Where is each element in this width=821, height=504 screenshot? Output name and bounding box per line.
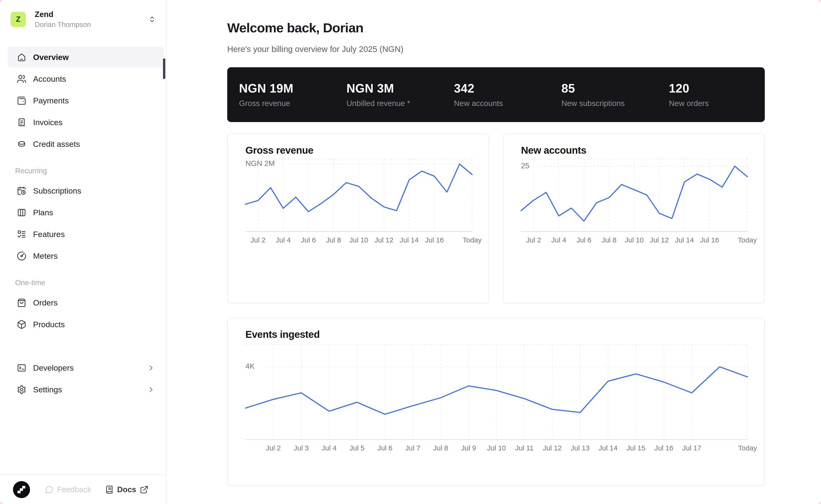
sidebar-nav: OverviewAccountsPaymentsInvoicesCredit a… [0,47,166,474]
sidebar-item-label: Invoices [33,118,63,127]
stat-value: NGN 3M [346,81,454,95]
sidebar-item-features[interactable]: Features [8,224,164,245]
feedback-button[interactable]: Feedback [45,485,91,494]
x-tick-label: Jul 9 [461,444,476,452]
y-axis-label: NGN 2M [245,159,275,168]
polar-logo[interactable] [13,481,30,498]
charts-row: Gross revenue NGN 2MJul 2Jul 4Jul 6Jul 8… [227,133,765,303]
coin-icon [17,139,26,149]
stats-bar: NGN 19MGross revenueNGN 3MUnbilled reven… [227,67,765,122]
sidebar-item-products[interactable]: Products [8,314,164,335]
feedback-label: Feedback [57,485,91,494]
sidebar-item-payments[interactable]: Payments [8,90,164,111]
org-name: Zend [35,10,91,19]
stat-new-orders: 120New orders [669,81,776,108]
sidebar-item-label: Accounts [33,74,66,84]
book-icon [105,485,114,494]
sidebar-item-label: Overview [33,53,69,62]
sidebar-item-label: Settings [33,385,62,394]
x-tick-label: Jul 2 [266,444,280,452]
calendar-clock-icon [17,186,26,196]
sidebar-item-label: Orders [33,298,58,307]
stat-value: 85 [562,81,669,95]
x-tick-label: Jul 8 [602,236,617,244]
users-icon [17,74,26,84]
x-tick-label: Jul 14 [675,236,694,244]
shopping-bag-icon [17,298,26,308]
x-tick-label: Jul 4 [551,236,566,244]
org-avatar: Z [11,12,26,27]
stat-new-subscriptions: 85New subscriptions [562,81,669,108]
x-tick-label: Today [463,236,482,244]
sidebar-footer: Feedback Docs [0,474,166,504]
sidebar-item-invoices[interactable]: Invoices [8,112,164,133]
y-axis-label: 4K [245,362,255,370]
sidebar-item-orders[interactable]: Orders [8,292,164,313]
sidebar-item-subscriptions[interactable]: Subscriptions [8,180,164,201]
x-tick-label: Jul 2 [250,236,265,244]
stat-value: NGN 19M [239,81,346,95]
stat-unbilled-revenue: NGN 3MUnbilled revenue * [346,81,454,108]
sidebar-item-label: Credit assets [33,140,80,149]
gauge-icon [17,251,26,261]
box-icon [17,320,26,329]
nav-spacer [0,336,166,357]
sidebar-item-credit-assets[interactable]: Credit assets [8,134,164,154]
stat-gross-revenue: NGN 19MGross revenue [239,81,346,108]
x-tick-label: Jul 14 [599,444,617,452]
sidebar-item-label: Subscriptions [33,186,81,195]
chart-title: Events ingested [245,329,320,340]
page-subtitle: Here's your billing overview for July 20… [227,44,765,54]
invoice-icon [17,118,26,127]
square-terminal-icon [17,363,26,373]
main-area: Welcome back, Dorian Here's your billing… [166,0,821,504]
sidebar-item-label: Payments [33,96,69,105]
message-circle-icon [45,485,54,494]
x-tick-label: Jul 10 [625,236,644,244]
x-tick-label: Jul 12 [543,444,562,452]
docs-label: Docs [117,485,136,494]
wallet-icon [17,96,26,106]
x-tick-label: Jul 7 [405,444,420,452]
sidebar-item-accounts[interactable]: Accounts [8,68,164,89]
stat-label: New orders [669,99,776,108]
y-axis-label: 25 [521,161,530,170]
stat-value: 342 [454,81,562,95]
docs-link[interactable]: Docs [105,485,149,494]
chevrons-up-down-icon[interactable] [148,15,157,24]
org-switcher[interactable]: Z Zend Dorian Thompson [11,10,157,29]
x-tick-label: Jul 11 [515,444,534,452]
sidebar-item-developers[interactable]: Developers [8,357,164,378]
app-window: Z Zend Dorian Thompson OverviewAccountsP… [0,0,821,504]
x-tick-label: Today [738,444,757,452]
sidebar-item-label: Developers [33,363,74,373]
x-tick-label: Jul 5 [349,444,364,452]
sidebar-scrollbar-thumb[interactable] [163,58,165,79]
org-avatar-initial: Z [16,15,21,24]
main-content: Welcome back, Dorian Here's your billing… [227,0,765,486]
feedback-bubble-icon [45,485,54,494]
x-tick-label: Jul 10 [349,236,368,244]
sidebar-item-label: Features [33,230,65,239]
x-tick-label: Jul 15 [627,444,646,452]
x-tick-label: Jul 12 [374,236,393,244]
book-icon [105,485,114,494]
sidebar: Z Zend Dorian Thompson OverviewAccountsP… [0,0,166,504]
new-accounts-chart-area: 25Jul 2Jul 4Jul 6Jul 8Jul 10Jul 12Jul 14… [521,159,747,247]
x-tick-label: Jul 6 [301,236,316,244]
section-label-one-time: One-time [15,279,166,287]
x-tick-label: Jul 13 [571,444,590,452]
chart-title: Gross revenue [245,145,313,156]
x-tick-label: Jul 10 [487,444,506,452]
stat-new-accounts: 342New accounts [454,81,562,108]
sidebar-item-plans[interactable]: Plans [8,202,164,223]
sidebar-item-overview[interactable]: Overview [8,47,164,68]
sidebar-item-label: Plans [33,208,53,217]
new-accounts-card: New accounts 25Jul 2Jul 4Jul 6Jul 8Jul 1… [503,133,765,303]
sidebar-item-label: Products [33,320,65,329]
sidebar-item-meters[interactable]: Meters [8,246,164,266]
sidebar-item-settings[interactable]: Settings [8,379,164,400]
x-tick-label: Jul 2 [526,236,541,244]
x-tick-label: Jul 8 [433,444,448,452]
gross-revenue-chart: NGN 2MJul 2Jul 4Jul 6Jul 8Jul 10Jul 12Ju… [245,159,472,246]
